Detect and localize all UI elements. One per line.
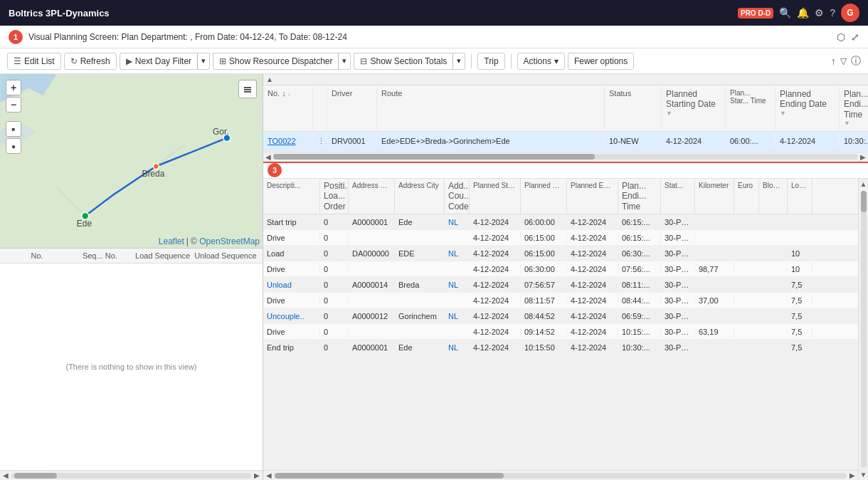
detail-pet: 06:30:... bbox=[618, 248, 661, 259]
detail-description[interactable]: Uncouple.. bbox=[263, 311, 320, 322]
detail-position: 0 bbox=[320, 216, 349, 228]
details-scroll-thumb bbox=[275, 473, 504, 479]
detail-pet: 10:15:... bbox=[618, 326, 661, 338]
trip-menu-dots[interactable]: ⋮ bbox=[313, 135, 327, 148]
detail-pet: 06:15:... bbox=[618, 232, 661, 244]
trip-button[interactable]: Trip bbox=[477, 53, 504, 70]
details-scroll-track[interactable] bbox=[275, 473, 847, 479]
map-background: Ede Breda Gor. bbox=[0, 74, 263, 248]
details-table-content: Descripti... Positi...Loa...Order Addres… bbox=[263, 179, 858, 480]
trips-hscroll[interactable]: ◀ ▶ bbox=[263, 152, 868, 162]
left-scroll-right[interactable]: ▶ bbox=[254, 471, 260, 479]
details-row[interactable]: Load 0 DA000000 EDE NL 4-12-2024 06:15:0… bbox=[263, 246, 858, 261]
show-resource-arrow[interactable]: ▾ bbox=[338, 53, 351, 70]
details-hscroll-right[interactable]: ▶ bbox=[850, 471, 855, 479]
detail-description: Drive bbox=[263, 295, 320, 306]
topbar: Boltrics 3PL-Dynamics PRO D-D 🔍 🔔 ⚙ ? G bbox=[0, 0, 868, 26]
detail-position: 0 bbox=[320, 248, 349, 259]
detail-stat: 30-PL... bbox=[661, 279, 695, 291]
next-day-filter-arrow[interactable]: ▾ bbox=[197, 53, 210, 70]
trips-hscroll-right[interactable]: ▶ bbox=[860, 153, 866, 161]
detail-addr-code: NL bbox=[445, 216, 470, 228]
bell-icon[interactable]: 🔔 bbox=[797, 7, 809, 19]
detail-load bbox=[788, 221, 813, 224]
attribution-sep: | © bbox=[186, 236, 200, 246]
detail-pst: 08:44:52 bbox=[521, 311, 567, 322]
vscroll-down[interactable]: ▼ bbox=[859, 469, 868, 480]
left-scroll-track[interactable] bbox=[11, 473, 251, 479]
detail-description[interactable]: Unload bbox=[263, 279, 320, 291]
zoom-out-button[interactable]: − bbox=[6, 97, 21, 113]
osm-link[interactable]: OpenStreetMap bbox=[199, 236, 260, 246]
details-row[interactable]: Drive 0 4-12-2024 06:30:00 4-12-2024 07:… bbox=[263, 261, 858, 277]
expand-icon[interactable]: ⬡ bbox=[837, 31, 845, 43]
detail-position: 0 bbox=[320, 326, 349, 338]
user-avatar[interactable]: G bbox=[841, 4, 859, 22]
map-circle-btn[interactable]: ● bbox=[6, 138, 21, 154]
map-layers-button[interactable] bbox=[238, 80, 257, 98]
trip-no[interactable]: TO0022 bbox=[263, 135, 313, 147]
details-row[interactable]: Drive 0 4-12-2024 08:11:57 4-12-2024 08:… bbox=[263, 293, 858, 308]
fullscreen-icon[interactable]: ⤢ bbox=[851, 31, 859, 43]
detail-addr-city bbox=[395, 236, 445, 239]
left-scrollbar[interactable]: ◀ ▶ bbox=[0, 470, 263, 480]
info-icon[interactable]: ⓘ bbox=[851, 55, 861, 68]
help-icon[interactable]: ? bbox=[830, 7, 835, 19]
details-row[interactable]: End trip 0 A0000001 Ede NL 4-12-2024 10:… bbox=[263, 340, 858, 355]
details-vscroll[interactable]: ▲ ▼ bbox=[858, 179, 868, 480]
next-day-filter-button[interactable]: ▶ Next Day Filter bbox=[120, 53, 197, 70]
trips-scroll-up[interactable]: ▲ bbox=[266, 75, 273, 83]
edit-list-button[interactable]: ☰ Edit List bbox=[7, 53, 61, 70]
detail-block bbox=[759, 315, 788, 318]
trips-col-status[interactable]: Status bbox=[605, 87, 662, 130]
filter-icon[interactable]: ▽ bbox=[840, 56, 847, 66]
details-row[interactable]: Start trip 0 A0000001 Ede NL 4-12-2024 0… bbox=[263, 214, 858, 230]
trips-scroll-track[interactable] bbox=[273, 154, 858, 160]
dgh-psd: Planned Starting Date bbox=[470, 179, 521, 214]
details-row[interactable]: Unload 0 A0000014 Breda NL 4-12-2024 07:… bbox=[263, 277, 858, 293]
share-icon[interactable]: ↑ bbox=[831, 56, 836, 67]
show-resource-group: ⊞ Show Resource Dispatcher ▾ bbox=[213, 53, 351, 70]
infobar-right: ⬡ ⤢ bbox=[837, 31, 859, 43]
trips-col-pend: Plan... Endi... Time ▼ bbox=[840, 87, 868, 130]
details-hscroll-left[interactable]: ◀ bbox=[266, 471, 272, 479]
detail-addr-city: Gorinchem bbox=[395, 311, 445, 322]
fewer-options-button[interactable]: Fewer options bbox=[568, 53, 634, 70]
refresh-button[interactable]: ↻ Refresh bbox=[64, 53, 117, 70]
gear-icon[interactable]: ⚙ bbox=[815, 7, 824, 19]
detail-position: 0 bbox=[320, 295, 349, 306]
detail-euro bbox=[734, 346, 759, 349]
vscroll-up[interactable]: ▲ bbox=[859, 179, 868, 189]
left-scroll-left[interactable]: ◀ bbox=[3, 471, 9, 479]
detail-stat: 30-PL... bbox=[661, 264, 695, 275]
details-body: Start trip 0 A0000001 Ede NL 4-12-2024 0… bbox=[263, 214, 858, 470]
search-icon[interactable]: 🔍 bbox=[779, 7, 791, 19]
details-row[interactable]: Drive 0 4-12-2024 09:14:52 4-12-2024 10:… bbox=[263, 324, 858, 340]
svg-text:Gor.: Gor. bbox=[213, 127, 229, 137]
show-resource-button[interactable]: ⊞ Show Resource Dispatcher bbox=[213, 53, 338, 70]
vscroll-track[interactable] bbox=[861, 191, 867, 468]
trips-col-dots bbox=[313, 87, 327, 130]
details-row[interactable]: Uncouple.. 0 A0000012 Gorinchem NL 4-12-… bbox=[263, 308, 858, 324]
details-hscroll[interactable]: ◀ ▶ bbox=[263, 470, 858, 480]
show-section-arrow[interactable]: ▾ bbox=[452, 53, 465, 70]
detail-psd: 4-12-2024 bbox=[470, 295, 521, 306]
zoom-in-button[interactable]: + bbox=[6, 80, 21, 95]
details-row[interactable]: Drive 0 4-12-2024 06:15:00 4-12-2024 06:… bbox=[263, 230, 858, 246]
map-square-btn1[interactable]: ■ bbox=[6, 121, 21, 137]
actions-button[interactable]: Actions ▾ bbox=[517, 53, 565, 70]
play-icon: ▶ bbox=[126, 56, 132, 66]
trips-hscroll-left[interactable]: ◀ bbox=[265, 153, 271, 161]
leaflet-link[interactable]: Leaflet bbox=[159, 236, 184, 246]
actions-arrow: ▾ bbox=[554, 56, 559, 66]
svg-rect-11 bbox=[244, 87, 251, 88]
section-divider: 3 bbox=[263, 162, 868, 179]
show-section-button[interactable]: ⊟ Show Section Totals bbox=[354, 53, 452, 70]
trip-row[interactable]: TO0022 ⋮ DRV0001 Ede>EDE+>Breda->Gorinch… bbox=[263, 132, 868, 152]
trips-col-no[interactable]: No. ↓ bbox=[263, 87, 313, 130]
trip-psd: 4-12-2024 bbox=[662, 135, 726, 147]
dgh-addr-code: Add...Cou...Code bbox=[445, 179, 470, 214]
detail-pet: 08:11:... bbox=[618, 279, 661, 291]
svg-text:Ede: Ede bbox=[77, 219, 92, 229]
detail-addr-city: EDE bbox=[395, 248, 445, 259]
